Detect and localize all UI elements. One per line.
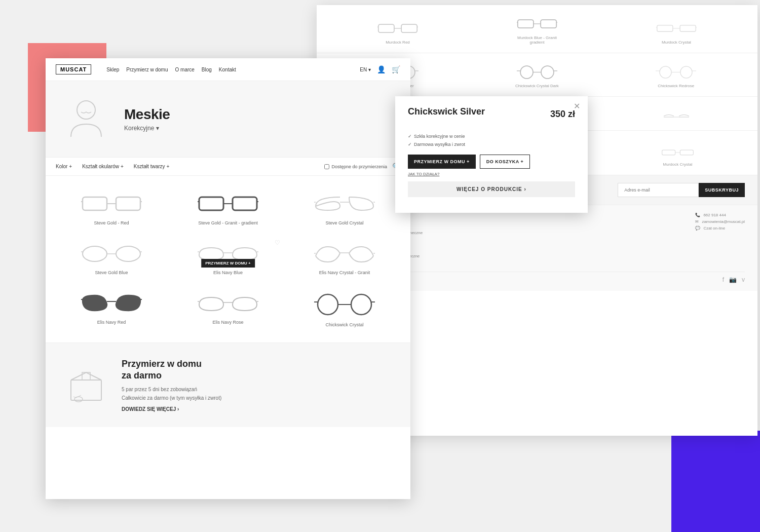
nav-sklep[interactable]: Sklep [106,67,119,72]
modal-feature-1: ✓ Szkła korekcyjne w cenie [408,132,575,140]
footer-chat[interactable]: 💬 Czat on-line [695,226,745,231]
back-glasses-murdock-blue[interactable]: Murdock Blue - Granit gradient [514,15,560,45]
nav-links: Sklep Przymierz w domu O marce Blog Kont… [106,67,350,72]
filter-ksztalt-okularow[interactable]: Kształt okularów + [82,164,124,169]
back-glasses-murdock-crystal[interactable]: Murdock Crystal [656,20,697,45]
facebook-icon[interactable]: f [723,276,724,283]
newsletter-email-input[interactable] [618,183,699,197]
glasses-icon-murdock-blue [517,15,557,33]
glasses-icon-thin [661,145,694,160]
language-selector[interactable]: EN ▾ [360,67,371,72]
box-icon [66,367,106,403]
glasses-icon-round3 [656,63,696,81]
product-card-steve-gold-blue[interactable]: Steve Gold Blue [53,233,170,283]
glasses-icon-round2 [517,63,557,81]
user-icon[interactable]: 👤 [377,65,386,73]
product-glasses-icon [314,191,375,216]
svg-rect-1 [401,24,417,32]
svg-rect-48 [83,197,107,210]
svg-rect-45 [680,150,693,155]
nav-kontakt[interactable]: Kontakt [219,67,236,72]
try-at-home-badge[interactable]: PRZYMIERZ W DOMU + [201,259,255,268]
filter-kolor[interactable]: Kolor + [56,164,72,169]
hero-text: Meskie Korekcyjne ▾ [124,106,170,132]
svg-point-79 [351,294,371,315]
subtitle-arrow: ▾ [156,125,159,132]
product-glasses-icon [314,241,375,266]
product-name: Elis Navy Blue [213,270,243,275]
modal-try-button[interactable]: PRZYMIERZ W DOMU + [408,155,476,169]
nav-omarce[interactable]: O marce [175,67,195,72]
glasses-icon-rimless [661,112,692,122]
svg-point-62 [116,246,140,261]
promo-subtitle: 5 par przez 5 dni bez zobowiązań Całkowi… [122,385,221,402]
heart-icon[interactable]: ♡ [275,239,280,246]
product-card-elis-navy-rose[interactable]: Elis Navy Rose [170,283,286,335]
back-glasses-chickswick-crystal-dark[interactable]: Chickswick Crystal Dark [515,63,559,88]
cart-icon[interactable]: 🛒 [392,65,400,73]
modal-close-button[interactable]: ✕ [574,101,580,111]
modal-feature-2: ✓ Darmowa wysyłka i zwrot [408,140,575,148]
svg-point-21 [541,66,554,79]
footer-social: f 📷 v [723,276,745,283]
modal-detail-link[interactable]: JAK TO DZIAŁA? [408,172,575,176]
dostepne-input[interactable] [324,164,329,169]
product-name: Steve Gold - Red [94,220,129,225]
email-icon: ✉ [695,219,699,224]
svg-rect-11 [680,25,696,31]
brand-logo[interactable]: MUSCAT [56,64,91,74]
nav-przymierz[interactable]: Przymierz w domu [126,67,168,72]
dostepne-label: Dostępne do przymierzenia [331,164,387,169]
products-grid: Steve Gold - Red Steve Gold - Granit - g… [46,176,410,343]
svg-rect-10 [657,25,673,31]
product-card-steve-gold-red[interactable]: Steve Gold - Red [53,183,170,233]
hero-section: Meskie Korekcyjne ▾ [46,81,410,158]
back-glasses-label: Murdock Blue - Granit gradient [514,35,560,45]
modal-cart-button[interactable]: DO KOSZYKA + [480,155,530,169]
filter-ksztalt-twarzy[interactable]: Kształt twarzy + [134,164,170,169]
modal-more-button[interactable]: WIĘCEJ O PRODUKCIE › [408,181,575,197]
product-card-elis-navy-red[interactable]: Elis Navy Red [53,283,170,335]
modal-buttons: PRZYMIERZ W DOMU + DO KOSZYKA + [408,155,575,169]
product-glasses-icon [81,290,142,316]
instagram-icon[interactable]: 📷 [729,276,737,283]
back-glasses-label: Murdock Red [386,40,410,45]
newsletter-form: SUBSKRYBUJ [618,183,745,197]
svg-rect-53 [199,197,223,210]
svg-point-61 [83,246,107,261]
svg-rect-54 [233,197,257,210]
product-card-steve-gold-granit[interactable]: Steve Gold - Granit - gradient [170,183,286,233]
glasses-icon-murdock-crystal [656,20,697,37]
product-glasses-icon [198,191,258,216]
hero-subtitle[interactable]: Korekcyjne ▾ [124,125,170,132]
filter-right: Dostępne do przymierzenia 🔍 [324,163,400,170]
back-glasses-label: Chickswick Redrose [658,84,694,88]
feature-text: Szkła korekcyjne w cenie [414,132,465,140]
back-row-1: Murdock Red Murdock Blue - Granit gradie… [329,11,745,49]
promo-line1: 5 par przez 5 dni bez zobowiązań [122,385,221,394]
product-card-steve-gold-crystal[interactable]: Steve Gold Crystal [286,183,403,233]
back-glasses-label: Murdock Crystal [662,40,691,45]
newsletter-subscribe-button[interactable]: SUBSKRYBUJ [699,183,745,197]
modal-product-name: Chickswick Silver [408,106,485,117]
back-glasses-label: Murdock Crystal [663,162,693,167]
chat-icon: 💬 [695,226,700,231]
modal-price: 350 zł [550,109,575,120]
product-card-elis-navy-crystal[interactable]: Elis Navy Crystal - Granit [286,233,403,283]
filter-dostepne-checkbox[interactable]: Dostępne do przymierzenia [324,164,387,169]
product-card-elis-navy-blue[interactable]: ♡ Elis Navy Blue PRZYMIERZ W DOMU + [170,233,286,283]
back-glasses-murdock-red[interactable]: Murdock Red [377,20,418,45]
product-name: Elis Navy Red [97,320,126,325]
filter-plus: + [69,164,72,169]
back-glasses-thin-rect[interactable]: Murdock Crystal [661,145,694,167]
vimeo-icon[interactable]: v [742,276,745,283]
promo-link[interactable]: DOWIEDZ SIĘ WIĘCEJ › [122,406,221,412]
purple-decoration [671,431,760,532]
back-glasses-rimless[interactable] [661,112,692,122]
back-glasses-chickswick-redrose[interactable]: Chickswick Redrose [656,63,696,88]
filter-ksztalt-twarzy-label: Kształt twarzy [134,164,165,169]
filter-plus3: + [167,164,170,169]
nav-blog[interactable]: Blog [202,67,212,72]
product-card-chickswick-crystal[interactable]: Chickswick Crystal [286,283,403,335]
svg-point-26 [680,66,692,78]
